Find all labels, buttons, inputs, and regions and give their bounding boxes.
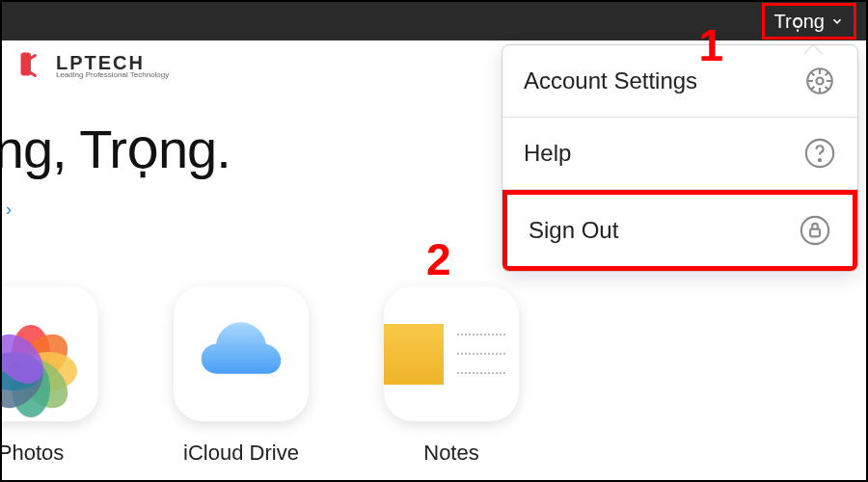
- app-label: Notes: [423, 441, 478, 466]
- help-icon: [803, 137, 836, 170]
- app-label: iCloud Drive: [183, 441, 299, 466]
- svg-point-2: [816, 77, 823, 84]
- app-label: Photos: [0, 441, 64, 466]
- app-tile-icloud-drive[interactable]: iCloud Drive: [174, 286, 309, 466]
- menu-item-label: Help: [524, 140, 571, 167]
- app-tile-notes[interactable]: Notes: [384, 286, 519, 466]
- menu-item-label: Account Settings: [524, 67, 697, 94]
- annotation-2: 2: [426, 233, 451, 285]
- user-name: Trọng: [774, 10, 825, 33]
- greeting-text: ening, Trọng.: [0, 118, 231, 180]
- menu-item-label: Sign Out: [529, 217, 618, 244]
- menu-item-account-settings[interactable]: Account Settings: [502, 45, 857, 118]
- lock-icon: [799, 214, 831, 247]
- gear-icon: [803, 65, 836, 97]
- app-tile-photos[interactable]: Photos: [0, 286, 98, 466]
- svg-line-10: [826, 72, 829, 76]
- caret-icon: ›: [6, 200, 12, 220]
- app-grid: Photos iCloud Drive N: [0, 286, 519, 466]
- svg-line-8: [826, 87, 829, 91]
- svg-rect-14: [810, 229, 820, 237]
- photos-icon: [0, 286, 98, 421]
- logo-subtitle: Leading Professional Technology: [56, 70, 169, 79]
- logo-icon: [14, 48, 48, 83]
- user-menu-trigger[interactable]: Trọng: [762, 3, 856, 40]
- notes-icon: [384, 286, 519, 421]
- menu-item-sign-out[interactable]: Sign Out: [502, 190, 857, 271]
- chevron-down-icon: [830, 14, 844, 28]
- svg-line-7: [811, 72, 815, 76]
- user-dropdown: Account Settings Help Sign Out: [502, 44, 858, 272]
- svg-point-12: [819, 159, 821, 161]
- top-bar: Trọng: [2, 2, 866, 40]
- cloud-icon: [174, 286, 309, 421]
- menu-item-help[interactable]: Help: [502, 118, 857, 190]
- brand-logo: LPTECH Leading Professional Technology: [14, 48, 169, 83]
- svg-point-13: [801, 217, 828, 244]
- svg-line-9: [811, 87, 815, 91]
